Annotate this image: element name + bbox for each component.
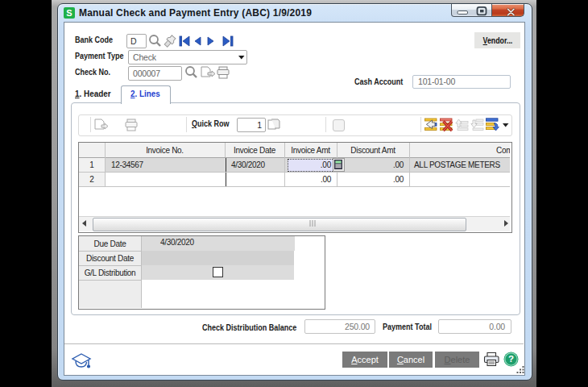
svg-text:?: ? bbox=[508, 354, 514, 364]
